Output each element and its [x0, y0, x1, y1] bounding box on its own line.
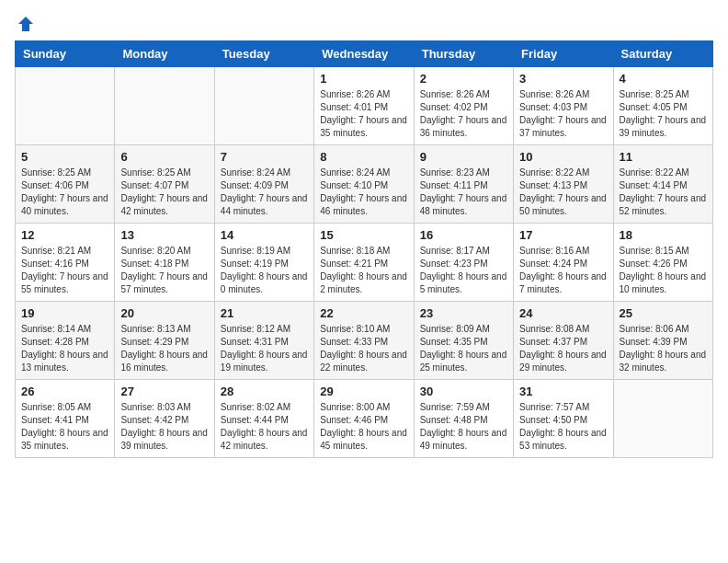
day-number: 1	[320, 72, 407, 86]
day-info: Sunrise: 8:17 AM Sunset: 4:23 PM Dayligh…	[420, 245, 507, 296]
calendar-week-row: 1Sunrise: 8:26 AM Sunset: 4:01 PM Daylig…	[16, 67, 713, 145]
calendar-week-row: 12Sunrise: 8:21 AM Sunset: 4:16 PM Dayli…	[16, 224, 713, 302]
day-number: 7	[221, 150, 308, 164]
day-number: 16	[420, 228, 507, 242]
day-info: Sunrise: 8:21 AM Sunset: 4:16 PM Dayligh…	[21, 245, 108, 296]
day-info: Sunrise: 8:25 AM Sunset: 4:06 PM Dayligh…	[21, 167, 108, 218]
day-number: 28	[221, 385, 308, 398]
day-number: 3	[519, 72, 607, 86]
calendar-cell: 28Sunrise: 8:02 AM Sunset: 4:44 PM Dayli…	[214, 380, 313, 458]
weekday-header-monday: Monday	[115, 41, 214, 67]
day-info: Sunrise: 7:57 AM Sunset: 4:50 PM Dayligh…	[519, 401, 607, 453]
day-info: Sunrise: 8:20 AM Sunset: 4:18 PM Dayligh…	[120, 245, 208, 296]
calendar-cell	[613, 380, 712, 458]
weekday-header-friday: Friday	[514, 41, 613, 67]
day-info: Sunrise: 8:26 AM Sunset: 4:02 PM Dayligh…	[420, 88, 507, 140]
day-number: 29	[320, 385, 407, 398]
weekday-header-row: SundayMondayTuesdayWednesdayThursdayFrid…	[16, 41, 713, 67]
calendar-cell: 12Sunrise: 8:21 AM Sunset: 4:16 PM Dayli…	[16, 224, 115, 302]
calendar-cell: 8Sunrise: 8:24 AM Sunset: 4:10 PM Daylig…	[314, 145, 414, 224]
day-number: 9	[420, 150, 507, 164]
day-number: 24	[519, 306, 607, 320]
calendar-cell: 7Sunrise: 8:24 AM Sunset: 4:09 PM Daylig…	[214, 145, 313, 224]
day-info: Sunrise: 8:26 AM Sunset: 4:01 PM Dayligh…	[320, 88, 407, 140]
day-info: Sunrise: 8:25 AM Sunset: 4:07 PM Dayligh…	[120, 167, 208, 218]
calendar-cell: 15Sunrise: 8:18 AM Sunset: 4:21 PM Dayli…	[314, 224, 414, 302]
calendar-cell: 3Sunrise: 8:26 AM Sunset: 4:03 PM Daylig…	[514, 67, 613, 145]
day-info: Sunrise: 8:24 AM Sunset: 4:09 PM Dayligh…	[221, 167, 308, 218]
logo	[15, 15, 35, 29]
calendar-cell: 5Sunrise: 8:25 AM Sunset: 4:06 PM Daylig…	[16, 145, 115, 224]
calendar-cell: 9Sunrise: 8:23 AM Sunset: 4:11 PM Daylig…	[414, 145, 513, 224]
calendar-week-row: 26Sunrise: 8:05 AM Sunset: 4:41 PM Dayli…	[16, 380, 713, 458]
day-info: Sunrise: 8:25 AM Sunset: 4:05 PM Dayligh…	[620, 88, 707, 140]
day-info: Sunrise: 7:59 AM Sunset: 4:48 PM Dayligh…	[420, 401, 507, 453]
day-number: 12	[21, 228, 108, 242]
day-number: 5	[21, 150, 108, 164]
day-info: Sunrise: 8:16 AM Sunset: 4:24 PM Dayligh…	[519, 245, 607, 296]
day-number: 22	[320, 306, 407, 320]
day-info: Sunrise: 8:09 AM Sunset: 4:35 PM Dayligh…	[420, 323, 507, 374]
day-number: 11	[620, 150, 707, 164]
day-number: 23	[420, 306, 507, 320]
calendar-cell: 18Sunrise: 8:15 AM Sunset: 4:26 PM Dayli…	[613, 224, 712, 302]
calendar-cell: 30Sunrise: 7:59 AM Sunset: 4:48 PM Dayli…	[414, 380, 513, 458]
day-number: 4	[620, 72, 707, 86]
day-info: Sunrise: 8:13 AM Sunset: 4:29 PM Dayligh…	[120, 323, 208, 374]
calendar-cell: 10Sunrise: 8:22 AM Sunset: 4:13 PM Dayli…	[514, 145, 613, 224]
calendar-cell	[214, 67, 313, 145]
calendar-cell: 25Sunrise: 8:06 AM Sunset: 4:39 PM Dayli…	[613, 302, 712, 380]
day-info: Sunrise: 8:22 AM Sunset: 4:13 PM Dayligh…	[519, 167, 607, 218]
calendar-cell: 26Sunrise: 8:05 AM Sunset: 4:41 PM Dayli…	[16, 380, 115, 458]
calendar-cell: 14Sunrise: 8:19 AM Sunset: 4:19 PM Dayli…	[214, 224, 313, 302]
calendar-cell: 22Sunrise: 8:10 AM Sunset: 4:33 PM Dayli…	[314, 302, 414, 380]
calendar-cell: 20Sunrise: 8:13 AM Sunset: 4:29 PM Dayli…	[115, 302, 214, 380]
day-number: 26	[21, 385, 108, 398]
calendar-cell: 21Sunrise: 8:12 AM Sunset: 4:31 PM Dayli…	[214, 302, 313, 380]
weekday-header-sunday: Sunday	[16, 41, 115, 67]
calendar-cell: 16Sunrise: 8:17 AM Sunset: 4:23 PM Dayli…	[414, 224, 513, 302]
weekday-header-wednesday: Wednesday	[314, 41, 414, 67]
calendar-cell: 31Sunrise: 7:57 AM Sunset: 4:50 PM Dayli…	[514, 380, 613, 458]
day-info: Sunrise: 8:22 AM Sunset: 4:14 PM Dayligh…	[620, 167, 707, 218]
day-info: Sunrise: 8:24 AM Sunset: 4:10 PM Dayligh…	[320, 167, 407, 218]
day-info: Sunrise: 8:26 AM Sunset: 4:03 PM Dayligh…	[519, 88, 607, 140]
day-number: 14	[221, 228, 308, 242]
day-info: Sunrise: 8:18 AM Sunset: 4:21 PM Dayligh…	[320, 245, 407, 296]
day-number: 17	[519, 228, 607, 242]
calendar-week-row: 5Sunrise: 8:25 AM Sunset: 4:06 PM Daylig…	[16, 145, 713, 224]
day-info: Sunrise: 8:15 AM Sunset: 4:26 PM Dayligh…	[620, 245, 707, 296]
day-number: 8	[320, 150, 407, 164]
day-info: Sunrise: 8:12 AM Sunset: 4:31 PM Dayligh…	[221, 323, 308, 374]
day-number: 18	[620, 228, 707, 242]
calendar-cell	[115, 67, 214, 145]
page-header	[15, 15, 713, 29]
day-info: Sunrise: 8:10 AM Sunset: 4:33 PM Dayligh…	[320, 323, 407, 374]
day-info: Sunrise: 8:06 AM Sunset: 4:39 PM Dayligh…	[620, 323, 707, 374]
calendar-cell: 23Sunrise: 8:09 AM Sunset: 4:35 PM Dayli…	[414, 302, 513, 380]
calendar-cell: 17Sunrise: 8:16 AM Sunset: 4:24 PM Dayli…	[514, 224, 613, 302]
day-number: 30	[420, 385, 507, 398]
weekday-header-tuesday: Tuesday	[214, 41, 313, 67]
calendar-cell: 19Sunrise: 8:14 AM Sunset: 4:28 PM Dayli…	[16, 302, 115, 380]
day-number: 15	[320, 228, 407, 242]
day-info: Sunrise: 8:05 AM Sunset: 4:41 PM Dayligh…	[21, 401, 108, 453]
day-number: 20	[120, 306, 208, 320]
calendar-week-row: 19Sunrise: 8:14 AM Sunset: 4:28 PM Dayli…	[16, 302, 713, 380]
day-number: 25	[620, 306, 707, 320]
day-info: Sunrise: 8:02 AM Sunset: 4:44 PM Dayligh…	[221, 401, 308, 453]
calendar-cell: 24Sunrise: 8:08 AM Sunset: 4:37 PM Dayli…	[514, 302, 613, 380]
day-info: Sunrise: 8:03 AM Sunset: 4:42 PM Dayligh…	[120, 401, 208, 453]
day-info: Sunrise: 8:00 AM Sunset: 4:46 PM Dayligh…	[320, 401, 407, 453]
day-number: 2	[420, 72, 507, 86]
calendar-cell: 2Sunrise: 8:26 AM Sunset: 4:02 PM Daylig…	[414, 67, 513, 145]
calendar-cell: 4Sunrise: 8:25 AM Sunset: 4:05 PM Daylig…	[613, 67, 712, 145]
calendar-cell: 13Sunrise: 8:20 AM Sunset: 4:18 PM Dayli…	[115, 224, 214, 302]
calendar-cell: 11Sunrise: 8:22 AM Sunset: 4:14 PM Dayli…	[613, 145, 712, 224]
day-number: 27	[120, 385, 208, 398]
svg-marker-0	[18, 17, 33, 31]
day-info: Sunrise: 8:08 AM Sunset: 4:37 PM Dayligh…	[519, 323, 607, 374]
day-info: Sunrise: 8:23 AM Sunset: 4:11 PM Dayligh…	[420, 167, 507, 218]
day-number: 21	[221, 306, 308, 320]
day-info: Sunrise: 8:14 AM Sunset: 4:28 PM Dayligh…	[21, 323, 108, 374]
